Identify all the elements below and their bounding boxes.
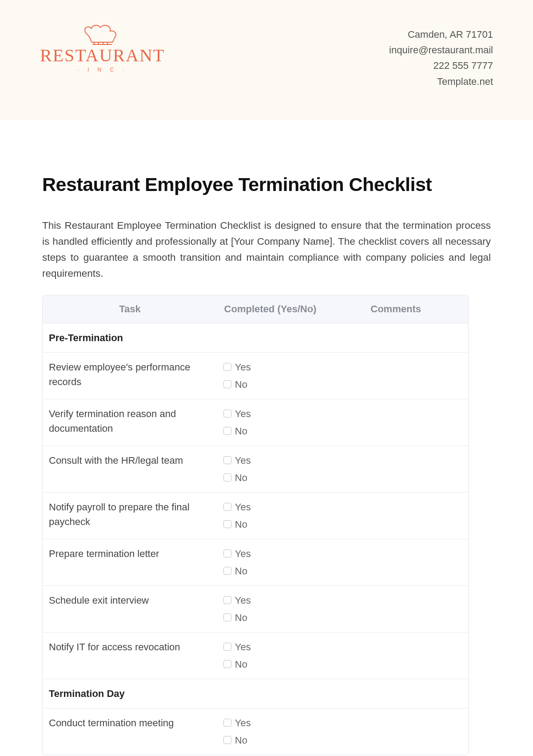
checkbox-icon[interactable]: [223, 719, 231, 727]
logo: RESTAURANT · I N C ·: [40, 22, 165, 73]
checkbox-icon[interactable]: [223, 549, 231, 557]
table-row: Notify payroll to prepare the final payc…: [43, 492, 468, 539]
yes-label: Yes: [235, 453, 251, 468]
checkbox-icon[interactable]: [223, 473, 231, 481]
checkbox-icon[interactable]: [223, 643, 231, 651]
col-task: Task: [43, 295, 217, 323]
no-label: No: [235, 733, 247, 748]
contact-address: Camden, AR 71701: [389, 27, 493, 42]
content: Restaurant Employee Termination Checklis…: [0, 120, 533, 755]
logo-main-text: RESTAURANT: [40, 45, 165, 66]
no-option[interactable]: No: [223, 517, 318, 532]
yes-option[interactable]: Yes: [223, 453, 318, 468]
task-label: Verify termination reason and documentat…: [43, 399, 217, 446]
table-row: Schedule exit interviewYesNo: [43, 585, 468, 632]
comments-cell[interactable]: [323, 446, 468, 492]
checkbox-icon[interactable]: [223, 567, 231, 575]
table-row: Termination Day: [43, 679, 468, 708]
task-label: Prepare termination letter: [43, 539, 217, 585]
table-row: Verify termination reason and documentat…: [43, 399, 468, 446]
checklist-table-wrap: Task Completed (Yes/No) Comments Pre-Ter…: [42, 295, 469, 755]
yes-label: Yes: [235, 716, 251, 730]
comments-cell[interactable]: [323, 492, 468, 539]
checkbox-icon[interactable]: [223, 660, 231, 668]
no-option[interactable]: No: [223, 470, 318, 485]
comments-cell[interactable]: [323, 585, 468, 632]
table-row: Consult with the HR/legal teamYesNo: [43, 446, 468, 492]
checkbox-icon[interactable]: [223, 613, 231, 621]
checkbox-icon[interactable]: [223, 503, 231, 511]
chef-hat-icon: [78, 22, 127, 47]
completed-cell: YesNo: [217, 492, 324, 539]
no-label: No: [235, 610, 247, 625]
comments-cell[interactable]: [323, 399, 468, 446]
checkbox-icon[interactable]: [223, 410, 231, 418]
checkbox-icon[interactable]: [223, 596, 231, 604]
yes-option[interactable]: Yes: [223, 500, 318, 514]
cell-empty: [323, 679, 468, 708]
completed-cell: YesNo: [217, 446, 324, 492]
task-label: Consult with the HR/legal team: [43, 446, 217, 492]
completed-cell: YesNo: [217, 539, 324, 585]
intro-paragraph: This Restaurant Employee Termination Che…: [42, 218, 491, 282]
comments-cell[interactable]: [323, 632, 468, 679]
no-option[interactable]: No: [223, 657, 318, 672]
task-label: Conduct termination meeting: [43, 708, 217, 755]
yes-label: Yes: [235, 406, 251, 421]
yes-option[interactable]: Yes: [223, 406, 318, 421]
checkbox-icon[interactable]: [223, 363, 231, 371]
yes-label: Yes: [235, 500, 251, 514]
no-label: No: [235, 517, 247, 532]
yes-option[interactable]: Yes: [223, 546, 318, 561]
task-label: Notify IT for access revocation: [43, 632, 217, 679]
header-band: RESTAURANT · I N C · Camden, AR 71701 in…: [0, 0, 533, 120]
page-title: Restaurant Employee Termination Checklis…: [42, 174, 491, 195]
section-label: Pre-Termination: [43, 323, 217, 352]
logo-sub-text: · I N C ·: [77, 67, 127, 73]
no-label: No: [235, 470, 247, 485]
no-option[interactable]: No: [223, 424, 318, 438]
contact-site: Template.net: [389, 74, 493, 89]
comments-cell[interactable]: [323, 708, 468, 755]
cell-empty: [323, 323, 468, 352]
no-label: No: [235, 564, 247, 578]
comments-cell[interactable]: [323, 352, 468, 399]
checkbox-icon[interactable]: [223, 427, 231, 435]
no-option[interactable]: No: [223, 377, 318, 392]
contact-block: Camden, AR 71701 inquire@restaurant.mail…: [389, 22, 493, 89]
table-row: Notify IT for access revocationYesNo: [43, 632, 468, 679]
cell-empty: [217, 679, 324, 708]
checkbox-icon[interactable]: [223, 520, 231, 528]
yes-option[interactable]: Yes: [223, 360, 318, 374]
yes-option[interactable]: Yes: [223, 640, 318, 654]
no-option[interactable]: No: [223, 733, 318, 748]
completed-cell: YesNo: [217, 708, 324, 755]
yes-label: Yes: [235, 546, 251, 561]
yes-option[interactable]: Yes: [223, 593, 318, 608]
cell-empty: [217, 323, 324, 352]
yes-option[interactable]: Yes: [223, 716, 318, 730]
task-label: Review employee's performance records: [43, 352, 217, 399]
checkbox-icon[interactable]: [223, 736, 231, 744]
completed-cell: YesNo: [217, 585, 324, 632]
no-label: No: [235, 424, 247, 438]
col-completed: Completed (Yes/No): [217, 295, 324, 323]
yes-label: Yes: [235, 593, 251, 608]
checkbox-icon[interactable]: [223, 380, 231, 388]
contact-email: inquire@restaurant.mail: [389, 42, 493, 58]
checkbox-icon[interactable]: [223, 456, 231, 464]
yes-label: Yes: [235, 640, 251, 654]
table-row: Prepare termination letterYesNo: [43, 539, 468, 585]
no-option[interactable]: No: [223, 610, 318, 625]
no-label: No: [235, 377, 247, 392]
table-row: Pre-Termination: [43, 323, 468, 352]
comments-cell[interactable]: [323, 539, 468, 585]
table-row: Review employee's performance recordsYes…: [43, 352, 468, 399]
contact-phone: 222 555 7777: [389, 58, 493, 73]
no-option[interactable]: No: [223, 564, 318, 578]
table-row: Conduct termination meetingYesNo: [43, 708, 468, 755]
col-comments: Comments: [323, 295, 468, 323]
completed-cell: YesNo: [217, 352, 324, 399]
task-label: Schedule exit interview: [43, 585, 217, 632]
task-label: Notify payroll to prepare the final payc…: [43, 492, 217, 539]
